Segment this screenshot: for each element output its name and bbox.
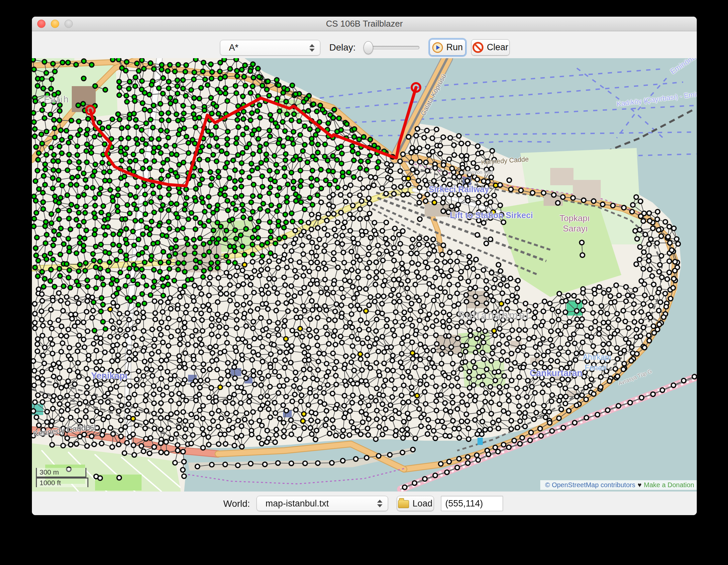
world-label: World:: [223, 499, 250, 509]
osm-attribution-link[interactable]: © OpenStreetMap contributors: [545, 481, 635, 489]
combo-arrows-icon: [309, 44, 315, 52]
map-attribution: © OpenStreetMap contributors ♥ Make a Do…: [540, 480, 697, 490]
scale-bar: 300 m 1000 ft: [36, 468, 88, 487]
close-button[interactable]: [37, 20, 46, 28]
donation-link[interactable]: Make a Donation: [644, 481, 694, 489]
position-field[interactable]: [441, 496, 503, 511]
world-value: map-istanbul.txt: [257, 499, 329, 509]
world-select[interactable]: map-istanbul.txt: [257, 496, 388, 511]
slider-thumb[interactable]: [364, 41, 373, 54]
zoom-button[interactable]: [64, 20, 73, 28]
map-canvas[interactable]: [32, 58, 697, 492]
title-bar[interactable]: CS 106B Trailblazer: [32, 17, 697, 31]
clear-icon: [472, 42, 483, 53]
clear-button[interactable]: Clear: [471, 39, 510, 56]
algorithm-value: A*: [220, 43, 239, 53]
delay-label: Delay:: [329, 42, 356, 53]
scale-imperial: 1000 ft: [36, 478, 88, 487]
run-icon: [432, 42, 443, 53]
combo-arrows-icon: [377, 500, 382, 508]
scale-metric: 300 m: [36, 468, 86, 478]
algorithm-select[interactable]: A*: [220, 40, 320, 56]
load-button[interactable]: Load: [397, 496, 434, 511]
run-button[interactable]: Run: [430, 39, 466, 56]
window-title: CS 106B Trailblazer: [32, 17, 697, 31]
folder-icon: [398, 500, 409, 508]
delay-slider[interactable]: [365, 41, 421, 55]
clear-button-label: Clear: [487, 42, 508, 53]
run-button-label: Run: [446, 42, 463, 53]
minimize-button[interactable]: [51, 20, 59, 28]
heart-icon: ♥: [638, 481, 642, 489]
toolbar: A* Delay: Run Clear: [32, 31, 697, 58]
map-area: FatihEminönüKadıköy (Çayırbası) - EminöG…: [32, 58, 697, 492]
bottom-bar: World: map-istanbul.txt Load: [32, 492, 697, 515]
load-button-label: Load: [412, 499, 432, 509]
app-window: CS 106B Trailblazer A* Delay: Run Clear …: [32, 17, 697, 515]
